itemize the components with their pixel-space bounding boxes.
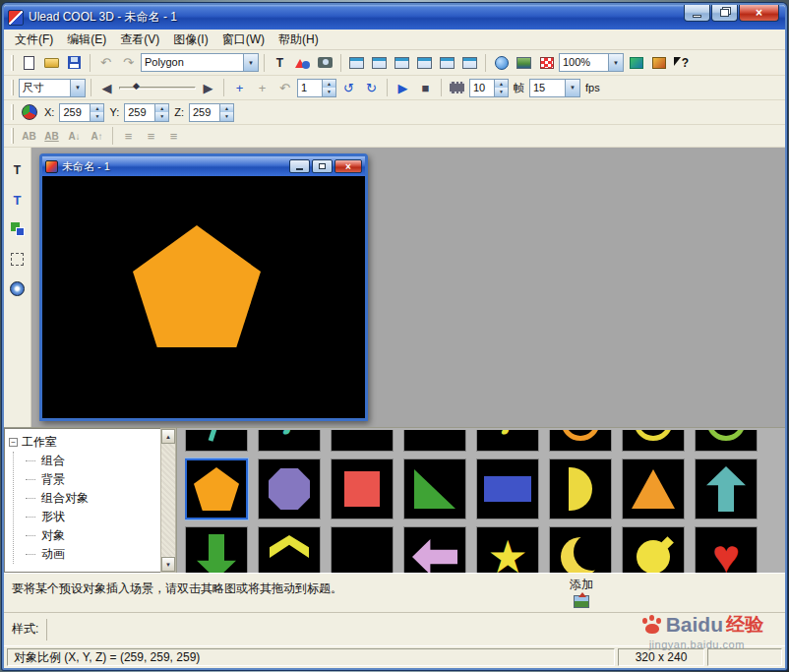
- toolbar-grip[interactable]: [11, 128, 14, 144]
- insert-text-button[interactable]: T: [270, 53, 290, 73]
- tree-item-shapes[interactable]: 形状: [14, 508, 160, 526]
- gallery-item-semicircle[interactable]: [549, 458, 612, 519]
- open-button[interactable]: [41, 53, 62, 73]
- spin-down-icon[interactable]: ▼: [495, 88, 508, 96]
- fps-combo[interactable]: 15 ▼: [529, 79, 580, 97]
- document-close-button[interactable]: ×: [334, 159, 362, 173]
- spin-up-icon[interactable]: ▲: [495, 80, 508, 89]
- rotate-right-button[interactable]: ↻: [361, 78, 382, 97]
- shape-combo[interactable]: Polygon ▼: [141, 53, 259, 72]
- last-frame-button[interactable]: ▶: [198, 78, 218, 97]
- gallery-item-right-triangle[interactable]: [403, 458, 466, 519]
- selection-tool[interactable]: [7, 248, 29, 270]
- menu-image[interactable]: 图像(I): [166, 30, 214, 50]
- toolbar-grip[interactable]: [11, 104, 14, 120]
- menu-file[interactable]: 文件(F): [8, 30, 60, 50]
- toolbar-grip[interactable]: [11, 80, 14, 95]
- add-block[interactable]: 添加: [570, 577, 593, 608]
- gallery-item-crescent[interactable]: [549, 526, 612, 573]
- spin-down-icon[interactable]: ▼: [91, 112, 103, 121]
- object-rotation-button[interactable]: [19, 102, 39, 122]
- render-button[interactable]: [648, 53, 669, 73]
- export-button[interactable]: [626, 53, 646, 73]
- add-icon[interactable]: [574, 595, 589, 608]
- align-right-button[interactable]: ≡: [163, 126, 184, 146]
- collapse-icon[interactable]: −: [9, 438, 18, 447]
- document-titlebar[interactable]: 未命名 - 1 ×: [42, 156, 365, 176]
- gallery-item-arrow-up[interactable]: [695, 458, 758, 519]
- spin-up-icon[interactable]: ▲: [155, 104, 168, 113]
- spin-down-icon[interactable]: ▼: [323, 88, 335, 96]
- gallery-item-slash[interactable]: [185, 430, 248, 452]
- dropdown-icon[interactable]: ▼: [70, 80, 85, 96]
- spin-up-icon[interactable]: ▲: [220, 104, 233, 113]
- toggle-toolbar-button-3[interactable]: [392, 53, 412, 73]
- current-frame-spinner[interactable]: 1 ▲▼: [297, 79, 336, 97]
- transparency-button[interactable]: [536, 53, 557, 73]
- delete-keyframe-button[interactable]: +: [252, 78, 273, 97]
- text-spacing-up-button[interactable]: A↑: [87, 126, 107, 146]
- easypalette-tool[interactable]: [7, 277, 29, 299]
- gallery-item-lemon[interactable]: [622, 526, 685, 573]
- toggle-toolbar-button-6[interactable]: [459, 53, 480, 73]
- undo-button[interactable]: ↶: [95, 53, 116, 73]
- dropdown-icon[interactable]: ▼: [243, 54, 258, 71]
- redo-button[interactable]: ↷: [118, 53, 139, 73]
- play-button[interactable]: ▶: [393, 78, 413, 97]
- first-frame-button[interactable]: ◀: [96, 78, 117, 97]
- toggle-toolbar-button-5[interactable]: [437, 53, 457, 73]
- toggle-toolbar-button-4[interactable]: [414, 53, 435, 73]
- slider-thumb-icon[interactable]: ◆: [133, 81, 140, 91]
- menu-view[interactable]: 查看(V): [113, 30, 166, 50]
- zoom-combo[interactable]: 100% ▼: [559, 53, 624, 72]
- insert-image-button[interactable]: [315, 53, 335, 73]
- align-center-button[interactable]: ≡: [141, 126, 161, 146]
- toolbar-grip[interactable]: [11, 55, 14, 71]
- gallery-item-pentagon[interactable]: [185, 458, 248, 519]
- gallery-item-ring[interactable]: [549, 430, 612, 452]
- scroll-up-icon[interactable]: ▲: [161, 429, 175, 444]
- insert-graphics-button[interactable]: [292, 53, 313, 73]
- background-image-button[interactable]: [514, 53, 534, 73]
- tree-item-background[interactable]: 背景: [14, 470, 160, 489]
- edit-object-tool[interactable]: T: [7, 159, 29, 181]
- frame-slider[interactable]: ◆: [119, 80, 196, 95]
- document-minimize-button[interactable]: [289, 159, 310, 173]
- add-keyframe-button[interactable]: +: [229, 78, 250, 97]
- minimize-button[interactable]: [684, 5, 710, 22]
- align-left-button[interactable]: ≡: [118, 126, 139, 146]
- menu-help[interactable]: 帮助(H): [272, 30, 326, 50]
- document-window[interactable]: 未命名 - 1 ×: [39, 153, 368, 421]
- document-maximize-button[interactable]: [312, 159, 333, 173]
- toggle-toolbar-button-1[interactable]: [346, 53, 367, 73]
- new-document-button[interactable]: [19, 53, 39, 73]
- save-button[interactable]: [64, 53, 85, 73]
- stop-button[interactable]: ■: [415, 78, 436, 97]
- gallery-item-note[interactable]: ♪: [476, 430, 539, 452]
- restore-button[interactable]: [711, 5, 738, 22]
- gallery-item-star[interactable]: ★: [476, 526, 539, 573]
- tree-item-composition[interactable]: 组合: [14, 452, 160, 470]
- tree-item-objects[interactable]: 对象: [14, 526, 160, 545]
- gallery-item-none[interactable]: [403, 430, 466, 452]
- film-button[interactable]: [447, 78, 467, 97]
- gallery-item-square[interactable]: [331, 458, 394, 519]
- reverse-button[interactable]: ↶: [274, 78, 295, 97]
- scroll-down-icon[interactable]: ▼: [161, 557, 175, 572]
- menu-window[interactable]: 窗口(W): [215, 30, 272, 50]
- text-spacing-down-button[interactable]: A↓: [64, 126, 85, 146]
- gallery-item-arrow-left[interactable]: [403, 526, 466, 573]
- z-spinner[interactable]: 259 ▲▼: [189, 103, 234, 122]
- x-spinner[interactable]: 259 ▲▼: [59, 103, 104, 122]
- gallery-item-ring[interactable]: [622, 430, 685, 452]
- gallery-item-ring[interactable]: [695, 430, 758, 452]
- rotate-left-button[interactable]: ↺: [338, 78, 359, 97]
- gallery-item-chevron[interactable]: [258, 526, 321, 573]
- spin-up-icon[interactable]: ▲: [91, 104, 103, 113]
- insert-text-tool[interactable]: T: [7, 189, 29, 211]
- gallery-item-arrow-down[interactable]: [185, 526, 248, 573]
- spin-up-icon[interactable]: ▲: [323, 80, 335, 89]
- size-combo[interactable]: 尺寸 ▼: [19, 79, 86, 97]
- canvas[interactable]: [42, 176, 365, 418]
- text-style-button-1[interactable]: AB: [19, 126, 39, 146]
